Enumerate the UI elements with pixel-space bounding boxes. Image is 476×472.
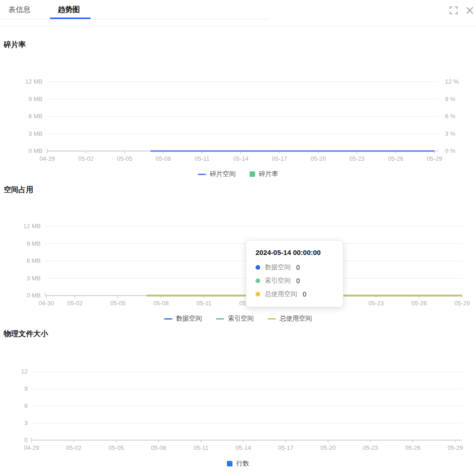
y-axis-label: 6 MB	[0, 113, 43, 120]
x-axis-label: 05-20	[320, 444, 336, 452]
x-axis-label: 05-29	[454, 300, 470, 307]
y-axis-label-right: 12 %	[445, 78, 459, 85]
legend-item[interactable]: 总使用空间	[268, 315, 312, 323]
x-axis-label: 05-29	[447, 444, 463, 452]
x-axis-label: 05-23	[368, 300, 384, 307]
x-axis-label: 05-23	[349, 155, 365, 163]
y-axis-label-right: 9 %	[445, 96, 455, 103]
y-axis-label: 3 MB	[0, 275, 41, 282]
y-axis-label: 12 MB	[0, 223, 41, 230]
series-dot-icon	[256, 292, 260, 297]
x-axis-label: 05-11	[196, 300, 211, 307]
legend-marker-icon	[164, 318, 172, 320]
tooltip-series-label: 数据空间	[265, 263, 291, 272]
y-axis-label: 0	[0, 436, 28, 444]
x-axis-label: 05-11	[195, 155, 209, 163]
legend-item[interactable]: 行数	[227, 460, 249, 468]
y-axis-label-right: 0 %	[445, 147, 455, 155]
x-axis-label: 05-26	[411, 300, 427, 307]
x-axis-label: 05-05	[109, 444, 124, 452]
tooltip-series-value: 0	[296, 277, 300, 284]
tooltip-title: 2024-05-14 00:00:00	[256, 248, 334, 256]
y-axis-label: 9	[0, 385, 28, 393]
y-axis-label: 0 MB	[0, 147, 43, 155]
legend-marker-icon	[216, 318, 224, 320]
chart-canvas-1	[0, 0, 476, 472]
x-axis-label: 05-05	[110, 300, 126, 307]
chart-canvas-0	[0, 0, 476, 472]
chart-legend: 数据空间索引空间总使用空间	[0, 315, 476, 323]
x-axis-label: 05-02	[78, 155, 93, 163]
x-axis-label: 05-23	[363, 444, 378, 452]
tooltip-series-label: 总使用空间	[265, 290, 297, 298]
x-axis-label: 05-05	[117, 155, 132, 163]
x-axis-label: 05-17	[278, 444, 293, 452]
x-axis-label: 05-26	[405, 444, 421, 452]
x-axis-label: 05-08	[151, 444, 166, 452]
x-axis-label: 05-08	[156, 155, 171, 163]
legend-item[interactable]: 索引空间	[216, 315, 254, 323]
legend-marker-icon	[227, 461, 232, 466]
legend-label: 索引空间	[228, 315, 254, 323]
y-axis-label-right: 3 %	[445, 130, 455, 138]
x-axis-label: 05-14	[233, 155, 248, 163]
tooltip-series-label: 索引空间	[265, 277, 291, 285]
legend-item[interactable]: 数据空间	[164, 315, 202, 323]
series-dot-icon	[256, 265, 260, 270]
x-axis-label: 05-11	[194, 444, 208, 452]
y-axis-label: 6 MB	[0, 257, 41, 265]
tooltip-series-value: 0	[296, 264, 300, 271]
y-axis-label: 6	[0, 402, 28, 410]
x-axis-label: 04-29	[24, 444, 39, 452]
x-axis-label: 05-26	[388, 155, 403, 163]
legend-label: 碎片空间	[210, 170, 236, 178]
y-axis-label: 3	[0, 419, 28, 427]
legend-label: 总使用空间	[280, 315, 312, 323]
y-axis-label: 12 MB	[0, 78, 43, 85]
y-axis-label: 0 MB	[0, 292, 41, 299]
legend-marker-icon	[250, 171, 255, 177]
y-axis-label: 12	[0, 368, 28, 375]
y-axis-label: 9 MB	[0, 240, 41, 248]
x-axis-label: 05-02	[66, 444, 81, 452]
chart-tooltip: 2024-05-14 00:00:00 数据空间0索引空间0总使用空间0	[246, 240, 343, 307]
legend-label: 碎片率	[259, 170, 278, 178]
tooltip-row: 索引空间0	[256, 274, 334, 287]
x-axis-label: 04-30	[38, 300, 54, 307]
x-axis-label: 05-08	[153, 300, 169, 307]
legend-marker-icon	[198, 174, 206, 175]
legend-item[interactable]: 碎片空间	[198, 170, 236, 178]
tooltip-row: 数据空间0	[256, 260, 334, 274]
legend-label: 行数	[236, 460, 249, 468]
y-axis-label: 3 MB	[0, 130, 43, 138]
series-dot-icon	[256, 278, 260, 283]
y-axis-label-right: 6 %	[445, 113, 455, 120]
x-axis-label: 05-20	[311, 155, 326, 163]
legend-item[interactable]: 碎片率	[250, 170, 278, 178]
y-axis-label: 9 MB	[0, 96, 43, 103]
legend-label: 数据空间	[176, 315, 202, 323]
chart-canvas-2	[0, 0, 476, 472]
charts-layer: 12 MB12 %9 MB9 %6 MB6 %3 MB3 %0 MB0 %04-…	[0, 0, 476, 472]
x-axis-label: 05-02	[67, 300, 82, 307]
chart-legend: 碎片空间碎片率	[0, 170, 476, 178]
chart-legend: 行数	[0, 460, 476, 468]
x-axis-label: 05-29	[427, 155, 442, 163]
tooltip-row: 总使用空间0	[256, 287, 334, 301]
x-axis-label: 05-14	[236, 444, 251, 452]
tooltip-series-value: 0	[303, 290, 306, 298]
x-axis-label: 05-17	[272, 155, 287, 163]
legend-marker-icon	[268, 318, 276, 320]
x-axis-label: 04-29	[39, 155, 55, 163]
